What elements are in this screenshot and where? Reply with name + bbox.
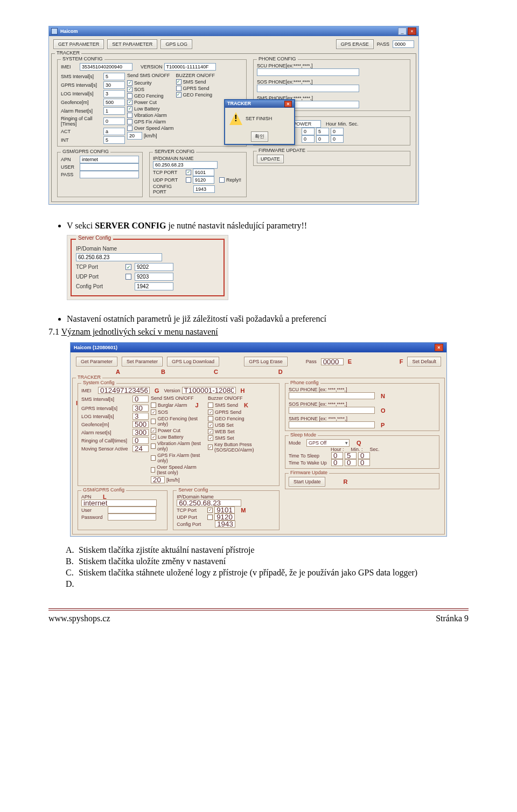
- chk2-bz-key[interactable]: [208, 445, 213, 450]
- srv-tcp-input[interactable]: [135, 263, 173, 271]
- chk-gpsfix[interactable]: [127, 119, 132, 124]
- chk2-vib[interactable]: [151, 443, 156, 449]
- speed-input[interactable]: [127, 132, 142, 140]
- ipdomain-input[interactable]: [153, 161, 218, 169]
- ringing-input[interactable]: [103, 117, 125, 125]
- sms-int2-input[interactable]: [132, 395, 149, 402]
- chk2-power[interactable]: [151, 428, 156, 433]
- udp-input[interactable]: [193, 176, 214, 184]
- modal-close-button[interactable]: ×: [284, 101, 292, 107]
- gps-log-button[interactable]: GPS LOG: [160, 39, 192, 49]
- ttw2-s[interactable]: [358, 459, 370, 466]
- modal-ok-button[interactable]: 확인: [251, 131, 268, 142]
- chk2-geo[interactable]: [151, 419, 156, 424]
- chk2-gpsfix[interactable]: [151, 455, 156, 461]
- pass3-input[interactable]: [108, 513, 156, 520]
- sos-phone-input[interactable]: [257, 85, 359, 92]
- chk2-bz-gprs[interactable]: [208, 410, 213, 415]
- chk-vibration[interactable]: [127, 113, 132, 118]
- srv-udp-input[interactable]: [135, 273, 173, 281]
- apn-input[interactable]: [80, 156, 139, 163]
- ver2-input[interactable]: [182, 387, 236, 394]
- chk-buzz-geo[interactable]: [176, 92, 181, 98]
- set-default-button[interactable]: Set Default: [407, 357, 441, 366]
- gprs-int2-input[interactable]: [132, 405, 149, 412]
- chk2-bz-usb[interactable]: [208, 422, 213, 428]
- reply-check[interactable]: [219, 177, 225, 183]
- chk-buzz-gprs[interactable]: [176, 86, 181, 91]
- scu-input[interactable]: [257, 68, 359, 76]
- apn2-input[interactable]: [81, 499, 157, 506]
- get-parameter-button[interactable]: GET PARAMETER: [53, 39, 104, 49]
- chk-powercut[interactable]: [127, 100, 132, 105]
- geofence-input[interactable]: [103, 99, 125, 106]
- tts2-m[interactable]: [345, 452, 357, 459]
- udp2-input[interactable]: [214, 513, 235, 520]
- srv-tcp-check[interactable]: [125, 264, 131, 270]
- close-button[interactable]: ×: [408, 27, 416, 35]
- alarm2-input[interactable]: [132, 429, 149, 436]
- chk2-bz-web[interactable]: [208, 429, 213, 434]
- tcp2-chk[interactable]: [207, 508, 213, 513]
- set-parameter-button[interactable]: SET PARAMETER: [107, 39, 157, 49]
- chk-geo[interactable]: [127, 93, 132, 99]
- sms-interval-input[interactable]: [103, 73, 125, 80]
- gps-log-erase-button[interactable]: GPS Log Erase: [244, 357, 288, 366]
- user2-input[interactable]: [108, 506, 156, 513]
- mode2-select[interactable]: GPS Off: [306, 439, 350, 447]
- srv-cfg-input[interactable]: [135, 282, 173, 290]
- version-input[interactable]: [164, 63, 216, 71]
- scu2-input[interactable]: [289, 392, 375, 399]
- set-parameter-button-2[interactable]: Set Parameter: [122, 357, 163, 366]
- chk2-lowbatt[interactable]: [151, 434, 156, 440]
- imei-input[interactable]: [80, 63, 132, 71]
- tts-h[interactable]: [302, 128, 315, 135]
- chk2-sos[interactable]: [151, 410, 156, 415]
- srv-udp-check[interactable]: [125, 274, 131, 280]
- tcp-input[interactable]: [193, 169, 214, 176]
- udp-check[interactable]: [186, 177, 191, 183]
- ring2-input[interactable]: [132, 437, 149, 444]
- chk-security[interactable]: [127, 80, 132, 86]
- udp2-chk[interactable]: [207, 515, 213, 520]
- cfg-input[interactable]: [193, 185, 215, 193]
- tts2-s[interactable]: [358, 452, 370, 459]
- chk2-bz-sms[interactable]: [208, 402, 213, 408]
- chk2-bz-geo[interactable]: [208, 416, 213, 421]
- get-parameter-button-2[interactable]: Get Parameter: [76, 357, 117, 366]
- sms2-input[interactable]: [289, 421, 375, 428]
- chk2-bz-sms2[interactable]: [208, 435, 213, 441]
- tcp2-input[interactable]: [214, 506, 235, 513]
- cfg2-input[interactable]: [215, 520, 235, 528]
- speed2-input[interactable]: [151, 476, 165, 483]
- ttw-h[interactable]: [302, 135, 315, 143]
- gps-log-download-button[interactable]: GPS Log Download: [167, 357, 219, 366]
- minimize-button[interactable]: _: [398, 27, 407, 35]
- int-input[interactable]: [103, 136, 125, 144]
- pass2-input[interactable]: [321, 358, 344, 365]
- srv-ip-input[interactable]: [76, 253, 162, 261]
- ttw2-m[interactable]: [345, 459, 357, 466]
- pass-input[interactable]: [393, 40, 414, 48]
- user-input[interactable]: [80, 163, 139, 171]
- ttw2-h[interactable]: [331, 459, 343, 466]
- act-input[interactable]: [103, 128, 125, 135]
- tts-m[interactable]: [316, 128, 329, 135]
- tts-s[interactable]: [331, 128, 344, 135]
- ttw-m[interactable]: [316, 135, 329, 143]
- chk2-burglar[interactable]: [151, 402, 156, 408]
- alarm-reset-input[interactable]: [103, 107, 125, 115]
- chk-lowbatt[interactable]: [127, 106, 132, 112]
- moving2-input[interactable]: [132, 445, 149, 452]
- chk-buzz-sms[interactable]: [176, 79, 181, 85]
- gprs-interval-input[interactable]: [103, 81, 125, 89]
- ttw-s[interactable]: [331, 135, 344, 143]
- gprs-pass-input[interactable]: [80, 171, 139, 178]
- tts2-h[interactable]: [331, 452, 343, 459]
- log-interval-input[interactable]: [103, 90, 125, 98]
- window2-close-button[interactable]: ×: [435, 344, 443, 351]
- sos2-input[interactable]: [289, 407, 375, 414]
- gps-erase-button[interactable]: GPS ERASE: [336, 39, 374, 49]
- chk-overspeed[interactable]: [127, 126, 132, 131]
- imei2-input[interactable]: [98, 387, 150, 394]
